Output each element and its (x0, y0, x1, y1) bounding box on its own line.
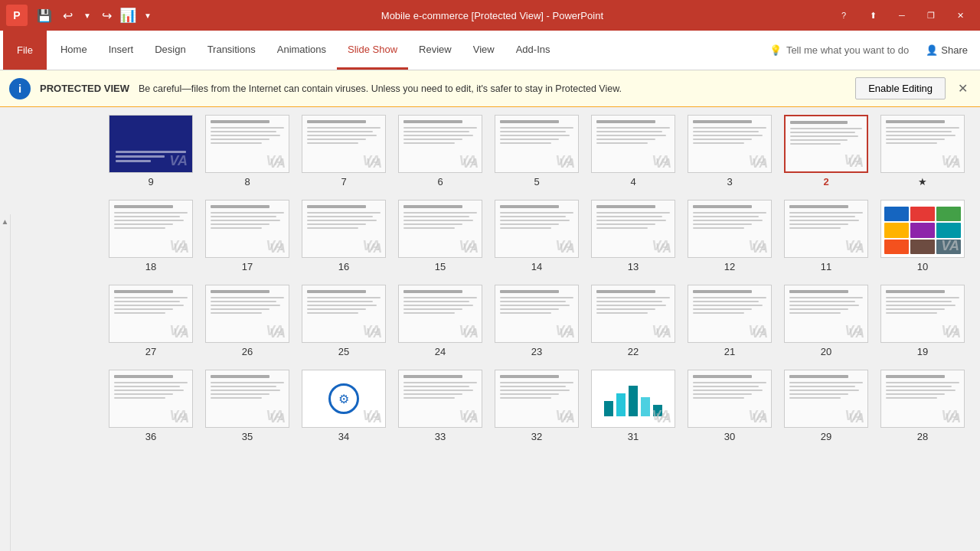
slide-item-33[interactable]: VA33 (398, 370, 482, 442)
tab-animations[interactable]: Animations (266, 31, 337, 70)
close-button[interactable]: ✕ (946, 5, 974, 26)
thumb-content-20: VA (785, 285, 867, 342)
ribbon-display-button[interactable]: ⬆ (859, 5, 887, 26)
slide-thumbnail-21: VA (688, 285, 772, 343)
slide-item-36[interactable]: VA36 (109, 370, 193, 442)
thumb-content-36: VA (109, 370, 192, 427)
slide-number-16: 16 (338, 261, 349, 272)
slide-item-13[interactable]: VA13 (591, 200, 675, 272)
svg-rect-3 (629, 386, 638, 416)
slide-grid[interactable]: VA★VA2VA3VA4VA5VA6VA7VA8910VA11VA12VA13V… (11, 107, 980, 551)
slide-item-31[interactable]: VA31 (591, 370, 675, 442)
slide-thumbnail-35: VA (205, 370, 289, 428)
slide-item-19[interactable]: VA19 (880, 285, 965, 357)
thumb-content-30: VA (688, 370, 771, 427)
slide-item-3[interactable]: VA3 (688, 115, 772, 187)
thumb-content-17: VA (206, 201, 289, 257)
undo-button[interactable]: ↩ (60, 7, 76, 24)
slide-thumbnail-6: VA (398, 115, 482, 173)
slide-number-23: 23 (531, 346, 542, 357)
slide-item-2[interactable]: VA2 (784, 115, 868, 187)
slide-item-35[interactable]: VA35 (205, 370, 289, 442)
slide-thumbnail-26: VA (205, 285, 289, 343)
person-icon: 👤 (926, 44, 938, 56)
thumb-content-1: VA (881, 116, 964, 172)
slide-item-24[interactable]: VA24 (398, 285, 482, 357)
tab-slideshow[interactable]: Slide Show (337, 31, 408, 70)
slide-thumbnail-18: VA (109, 200, 193, 258)
thumb-content-13: VA (592, 201, 675, 257)
thumb-content-25: VA (302, 285, 385, 342)
slide-thumbnail-3: VA (688, 115, 772, 173)
slide-item-5[interactable]: VA5 (495, 115, 579, 187)
slide-item-34[interactable]: ⚙VA34 (302, 370, 386, 442)
slide-item-30[interactable]: VA30 (688, 370, 772, 442)
slide-item-25[interactable]: VA25 (302, 285, 386, 357)
slide-item-27[interactable]: VA27 (109, 285, 193, 357)
slide-item-26[interactable]: VA26 (205, 285, 289, 357)
slide-thumbnail-14: VA (495, 200, 579, 258)
thumb-content-16: VA (302, 201, 385, 257)
slide-item-8[interactable]: VA8 (205, 115, 289, 187)
customize-qa-button[interactable]: ▼ (141, 10, 155, 21)
save-button[interactable]: 💾 (34, 7, 55, 24)
slide-item-18[interactable]: VA18 (109, 200, 193, 272)
tab-transitions[interactable]: Transitions (197, 31, 266, 70)
minimize-button[interactable]: ─ (888, 5, 916, 26)
share-button[interactable]: 👤 Share (916, 31, 977, 70)
tab-insert[interactable]: Insert (98, 31, 145, 70)
slide-number-1: ★ (918, 176, 927, 187)
slide-thumbnail-17: VA (205, 200, 289, 258)
tab-file[interactable]: File (3, 31, 47, 70)
redo-button[interactable]: ↪ (99, 7, 115, 24)
slide-item-16[interactable]: VA16 (302, 200, 386, 272)
undo-dropdown[interactable]: ▼ (80, 10, 94, 21)
slide-number-4: 4 (630, 176, 635, 187)
share-label: Share (941, 44, 968, 56)
slide-item-21[interactable]: VA21 (688, 285, 772, 357)
help-button[interactable]: ? (830, 5, 858, 26)
slide-item-23[interactable]: VA23 (495, 285, 579, 357)
slide-item-11[interactable]: VA11 (784, 200, 868, 272)
slide-item-20[interactable]: VA20 (784, 285, 868, 357)
slide-number-6: 6 (437, 176, 443, 187)
slide-item-6[interactable]: VA6 (398, 115, 482, 187)
slide-item-32[interactable]: VA32 (495, 370, 579, 442)
slide-item-29[interactable]: VA29 (784, 370, 868, 442)
tab-design[interactable]: Design (144, 31, 196, 70)
svg-rect-1 (604, 401, 613, 416)
slide-thumbnail-32: VA (495, 370, 579, 428)
slide-thumbnail-1: VA (880, 115, 965, 173)
slide-item-1[interactable]: VA★ (880, 115, 965, 187)
slide-item-22[interactable]: VA22 (591, 285, 675, 357)
tab-addins[interactable]: Add-Ins (505, 31, 561, 70)
thumb-content-19: VA (881, 285, 964, 342)
tab-home[interactable]: Home (50, 31, 98, 70)
slide-item-14[interactable]: VA14 (495, 200, 579, 272)
slide-thumbnail-7: VA (302, 115, 386, 173)
scroll-up-arrow[interactable]: ▲ (2, 217, 9, 226)
tab-review[interactable]: Review (408, 31, 462, 70)
svg-rect-5 (653, 405, 662, 416)
banner-close-button[interactable]: ✕ (955, 78, 971, 99)
slide-item-28[interactable]: VA28 (880, 370, 965, 442)
slide-item-10[interactable]: 10 (880, 200, 965, 272)
restore-button[interactable]: ❐ (917, 5, 945, 26)
slide-item-7[interactable]: VA7 (302, 115, 386, 187)
slide-item-4[interactable]: VA4 (591, 115, 675, 187)
slide-item-17[interactable]: VA17 (205, 200, 289, 272)
left-scroll-panel: ▲ (0, 214, 11, 551)
slide-item-9[interactable]: 9 (109, 115, 193, 187)
slide-number-19: 19 (917, 346, 928, 357)
slide-number-36: 36 (145, 431, 156, 442)
slide-number-10: 10 (917, 261, 928, 272)
tab-view[interactable]: View (462, 31, 505, 70)
presentation-icon: 📊 (119, 7, 136, 24)
search-box[interactable]: 💡 Tell me what you want to do (762, 31, 916, 70)
thumb-content-24: VA (399, 285, 482, 342)
slide-row: VA19VA20VA21VA22VA23VA24VA25VA26VA27 (26, 285, 965, 357)
slide-item-12[interactable]: VA12 (688, 200, 772, 272)
slide-item-15[interactable]: VA15 (398, 200, 482, 272)
thumb-content-34: ⚙VA (302, 370, 385, 427)
enable-editing-button[interactable]: Enable Editing (855, 77, 946, 99)
